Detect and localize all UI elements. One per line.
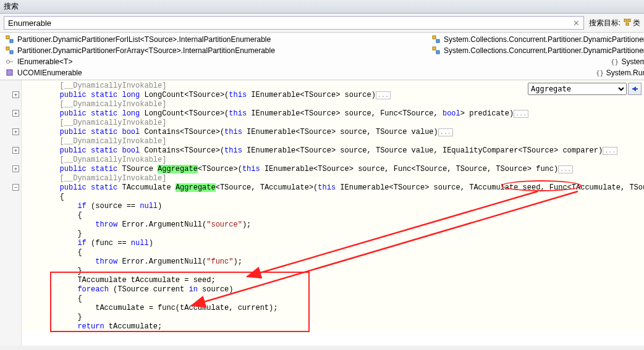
svg-rect-3 [6, 36, 9, 39]
svg-rect-0 [624, 19, 627, 22]
svg-point-7 [7, 60, 10, 64]
search-input-wrapper: ✕ [4, 16, 584, 30]
svg-rect-6 [10, 51, 13, 54]
code-scroll[interactable]: Aggregate [__DynamicallyInvokable] publi… [22, 80, 644, 346]
svg-rect-2 [626, 23, 629, 25]
result-text: UCOMIEnumerable [17, 69, 82, 77]
result-item[interactable]: IEnumerable<T> [0, 56, 426, 67]
class-filter-icon[interactable] [623, 17, 633, 29]
result-text: System.Collect [621, 57, 644, 66]
fold-toggle[interactable]: + [12, 147, 19, 154]
svg-rect-12 [433, 47, 436, 50]
svg-rect-4 [10, 40, 13, 43]
search-row: ✕ 搜索目标: 类 [0, 14, 644, 33]
result-item[interactable]: System.Collections.Concurrent.Partitione… [426, 34, 644, 45]
result-item[interactable]: Partitioner.DynamicPartitionerForIList<T… [0, 34, 426, 45]
fold-gutter: + + + + + − [0, 80, 22, 346]
fold-toggle[interactable]: + [12, 110, 19, 117]
result-text: Partitioner.DynamicPartitionerForArray<T… [17, 46, 275, 55]
result-text: System.Collections.Concurrent.Partitione… [444, 46, 644, 55]
search-results: Partitioner.DynamicPartitionerForIList<T… [0, 33, 644, 80]
fold-toggle[interactable]: + [12, 128, 19, 135]
namespace-icon: {} [609, 57, 619, 67]
svg-rect-1 [628, 19, 630, 22]
class-icon [431, 35, 441, 44]
results-col-right: System.Collections.Concurrent.Partitione… [426, 33, 644, 80]
fold-toggle[interactable]: + [12, 91, 19, 98]
svg-rect-5 [6, 47, 9, 50]
back-button[interactable] [628, 83, 642, 95]
class-icon [5, 68, 15, 78]
interface-icon [5, 57, 15, 67]
member-dropdown[interactable]: Aggregate [528, 83, 627, 95]
search-input[interactable] [4, 17, 569, 29]
svg-text:{}: {} [596, 69, 603, 77]
result-item[interactable]: {} System.Runtime.Int [426, 67, 644, 78]
class-icon [5, 35, 15, 44]
svg-rect-13 [436, 51, 439, 54]
result-text: Partitioner.DynamicPartitionerForIList<T… [17, 35, 271, 44]
class-icon [5, 46, 15, 56]
class-filter-label: 类 [633, 18, 640, 28]
svg-rect-11 [436, 40, 439, 43]
result-item[interactable]: UCOMIEnumerable [0, 67, 426, 78]
namespace-icon: {} [594, 68, 604, 78]
fold-toggle[interactable]: − [12, 184, 19, 191]
result-text: System.Runtime.Int [606, 69, 644, 77]
arrow-left-icon [630, 85, 639, 93]
code-content: [__DynamicallyInvokable] public static l… [22, 80, 644, 331]
class-icon [431, 46, 441, 56]
result-item[interactable]: System.Collections.Concurrent.Partitione… [426, 45, 644, 56]
member-dropdown-row: Aggregate [528, 83, 642, 95]
clear-search-icon[interactable]: ✕ [569, 19, 583, 28]
results-col-left: Partitioner.DynamicPartitionerForIList<T… [0, 33, 426, 80]
svg-rect-10 [433, 36, 436, 39]
search-target-label: 搜索目标: [589, 18, 621, 28]
result-item[interactable]: Partitioner.DynamicPartitionerForArray<T… [0, 45, 426, 56]
fold-toggle[interactable]: + [12, 165, 19, 172]
code-editor: + + + + + − Aggregate [__DynamicallyInvo… [0, 80, 644, 346]
result-item[interactable]: {} System.Collect [426, 56, 644, 67]
svg-text:{}: {} [611, 58, 618, 66]
svg-rect-9 [7, 70, 12, 75]
search-panel-title: 搜索 [0, 0, 644, 14]
result-text: IEnumerable<T> [17, 57, 72, 66]
result-text: System.Collections.Concurrent.Partitione… [444, 35, 644, 44]
